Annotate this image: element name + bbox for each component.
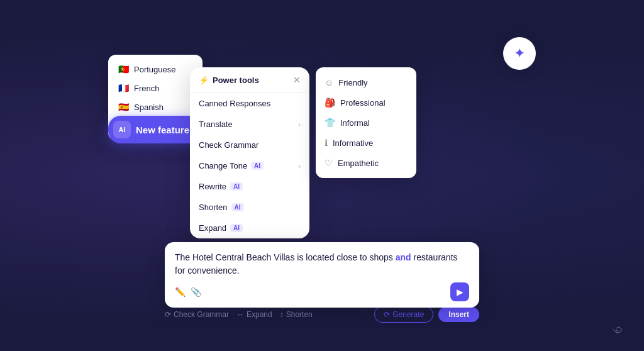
ai-tag-change-tone: AI	[251, 162, 264, 170]
canned-responses-label: Canned Responses	[199, 99, 270, 108]
tone-label-empathetic: Empathetic	[338, 159, 379, 168]
sparkle-icon: ✦	[514, 45, 525, 62]
language-label-french: French	[134, 84, 159, 93]
generate-icon: ⟳	[384, 310, 390, 319]
informative-icon: ℹ	[325, 138, 328, 148]
message-text-part1: The Hotel Central Beach Villas is locate…	[175, 252, 396, 262]
sparkle-button[interactable]: ✦	[503, 37, 536, 70]
tone-label-informative: Informative	[333, 138, 373, 148]
bottom-expand[interactable]: ↔ Expand	[236, 310, 272, 319]
bottom-right-actions: ⟳ Generate Insert	[374, 306, 479, 323]
message-highlight-and: and	[396, 252, 411, 262]
translate-label: Translate	[199, 120, 233, 129]
professional-icon: 🎒	[325, 98, 335, 108]
tone-item-empathetic[interactable]: ♡ Empathetic	[316, 153, 416, 173]
ai-tag-rewrite: AI	[230, 182, 243, 191]
menu-item-canned-responses[interactable]: Canned Responses	[190, 93, 309, 114]
ai-tag-expand: AI	[230, 224, 243, 232]
flag-spanish: 🇪🇸	[118, 102, 129, 112]
flag-french: 🇫🇷	[118, 83, 129, 93]
new-feature-badge: AI New feature	[108, 116, 201, 143]
flag-portuguese: 🇵🇹	[118, 64, 129, 74]
rewrite-label: Rewrite	[199, 182, 226, 191]
ai-tag-shorten: AI	[231, 203, 244, 211]
insert-button[interactable]: Insert	[438, 307, 479, 322]
new-feature-label: New feature	[136, 125, 189, 135]
power-tools-icon: ⚡	[199, 75, 209, 85]
expand-bottom-icon: ↔	[236, 310, 244, 319]
message-text: The Hotel Central Beach Villas is locate…	[175, 251, 469, 277]
tone-label-informal: Informal	[340, 118, 370, 128]
tone-label-professional: Professional	[340, 98, 386, 108]
informal-icon: 👕	[325, 118, 335, 128]
chevron-right-icon-tone: ›	[298, 162, 301, 170]
tone-item-informal[interactable]: 👕 Informal	[316, 113, 416, 133]
tone-item-professional[interactable]: 🎒 Professional	[316, 92, 416, 113]
message-icons: ✏️ 📎	[175, 287, 201, 297]
menu-item-translate[interactable]: Translate ›	[190, 114, 309, 135]
language-item-french[interactable]: 🇫🇷 French	[108, 79, 203, 98]
tone-item-friendly[interactable]: ☺ Friendly	[316, 72, 416, 92]
panel-close-button[interactable]: ✕	[293, 75, 301, 85]
tone-item-informative[interactable]: ℹ Informative	[316, 133, 416, 153]
bottom-shorten[interactable]: ↕ Shorten	[280, 310, 313, 319]
friendly-icon: ☺	[325, 77, 333, 87]
empathetic-icon: ♡	[325, 158, 333, 168]
menu-item-expand[interactable]: Expand AI	[190, 218, 309, 238]
language-item-portuguese[interactable]: 🇵🇹 Portuguese	[108, 60, 203, 79]
language-label-portuguese: Portuguese	[134, 65, 176, 74]
expand-label: Expand	[199, 223, 226, 233]
bottom-check-grammar[interactable]: ⟳ Check Grammar	[165, 310, 229, 319]
language-item-spanish[interactable]: 🇪🇸 Spanish	[108, 98, 203, 116]
shorten-bottom-icon: ↕	[280, 310, 284, 319]
language-label-spanish: Spanish	[134, 103, 164, 112]
check-grammar-bottom-icon: ⟳	[165, 310, 171, 319]
menu-item-change-tone[interactable]: Change Tone AI ›	[190, 155, 309, 176]
menu-item-shorten[interactable]: Shorten AI	[190, 197, 309, 218]
shorten-label: Shorten	[199, 203, 228, 212]
edit-icon[interactable]: ✏️	[175, 287, 186, 297]
check-grammar-label: Check Grammar	[199, 140, 258, 150]
tone-label-friendly: Friendly	[338, 78, 367, 87]
message-input-area: The Hotel Central Beach Villas is locate…	[165, 242, 479, 308]
send-button[interactable]: ▶	[450, 282, 469, 301]
menu-item-check-grammar[interactable]: Check Grammar	[190, 135, 309, 155]
tone-submenu: ☺ Friendly 🎒 Professional 👕 Informal ℹ I…	[316, 67, 416, 178]
attach-icon[interactable]: 📎	[191, 287, 201, 297]
logo-watermark: ꩜	[611, 322, 625, 338]
menu-item-rewrite[interactable]: Rewrite AI	[190, 176, 309, 197]
bottom-left-actions: ⟳ Check Grammar ↔ Expand ↕ Shorten	[165, 310, 313, 319]
panel-title: ⚡ Power tools	[199, 75, 259, 85]
change-tone-label: Change Tone	[199, 161, 247, 170]
panel-header: ⚡ Power tools ✕	[190, 67, 309, 93]
message-toolbar: ✏️ 📎 ▶	[175, 282, 469, 301]
chevron-right-icon: ›	[298, 121, 301, 128]
ai-badge-icon: AI	[113, 121, 131, 138]
power-tools-panel: ⚡ Power tools ✕ Canned Responses Transla…	[190, 67, 309, 238]
generate-button[interactable]: ⟳ Generate	[374, 306, 433, 323]
